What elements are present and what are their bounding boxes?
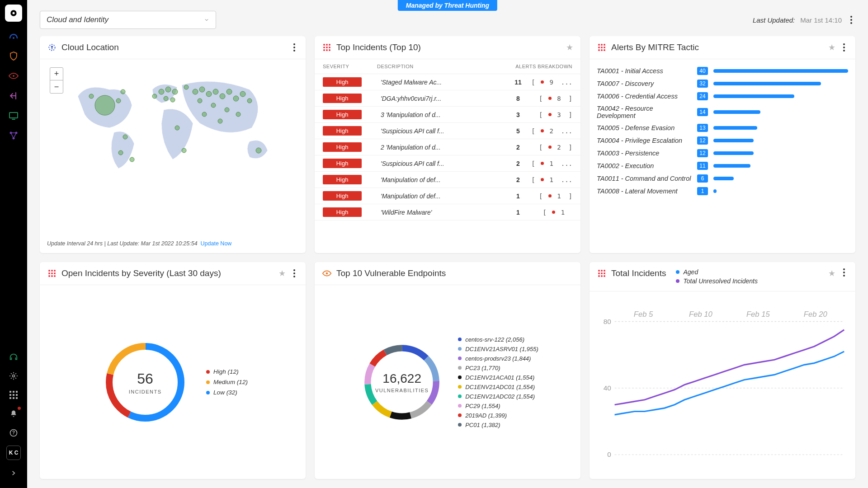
legend-item[interactable]: High (12) — [206, 368, 248, 375]
dashboard-selector-value: Cloud and Identity — [47, 15, 108, 24]
svg-point-43 — [240, 91, 245, 97]
table-row[interactable]: High 2 'Manipulation of d... 2 [ 2 ] — [315, 139, 580, 155]
mitre-tactic-row[interactable]: TA0005 - Defense Evasion 13 — [597, 122, 848, 134]
table-row[interactable]: High 'WildFire Malware' 1 [ 1 — [315, 204, 580, 221]
card-menu-icon[interactable] — [840, 268, 848, 277]
alert-count: 3 — [509, 111, 527, 118]
legend-item[interactable]: Total Unresolved Incidents — [676, 277, 757, 285]
incident-description: 2 'Manipulation of d... — [377, 144, 509, 151]
star-icon[interactable]: ★ — [566, 42, 573, 52]
sidebar: ? K C — [0, 0, 27, 488]
zoom-in-button[interactable]: + — [50, 68, 63, 80]
svg-point-33 — [170, 98, 175, 102]
mitre-tactic-row[interactable]: TA0003 - Persistence 12 — [597, 147, 848, 160]
svg-rect-10 — [13, 391, 14, 393]
mitre-tactic-row[interactable]: TA0011 - Command and Control 6 — [597, 172, 848, 185]
card-menu-icon[interactable] — [290, 269, 298, 277]
svg-point-1 — [13, 12, 15, 14]
table-row[interactable]: High 'Suspicious API call f... 2 [ 1 ... — [315, 155, 580, 172]
severity-badge: High — [323, 77, 362, 87]
apps-icon[interactable] — [7, 389, 20, 401]
legend-item[interactable]: Low (32) — [206, 389, 248, 396]
legend-item[interactable]: centos-srv-122 (2,056) — [458, 336, 538, 343]
incidents-total: 56 — [129, 370, 162, 387]
app-logo[interactable] — [5, 5, 22, 22]
svg-text:Feb 10: Feb 10 — [689, 310, 713, 319]
svg-point-26 — [123, 135, 127, 139]
card-menu-icon[interactable] — [840, 43, 848, 52]
gear-icon[interactable] — [7, 370, 20, 382]
mitre-tactic-row[interactable]: TA0001 - Initial Access 40 — [597, 65, 848, 77]
star-icon[interactable]: ★ — [828, 42, 835, 52]
total-incidents-card: Total Incidents AgedTotal Unresolved Inc… — [590, 262, 855, 479]
cloud-location-card: Cloud Location + − — [40, 36, 306, 253]
mitre-label: TA0005 - Defense Evasion — [597, 124, 692, 131]
star-icon[interactable]: ★ — [278, 268, 286, 278]
svg-point-49 — [218, 119, 222, 123]
legend-item[interactable]: 2019AD (1,399) — [458, 412, 538, 419]
zoom-out-button[interactable]: − — [50, 80, 63, 93]
table-row[interactable]: High 3 'Manipulation of d... 3 [ 3 ] — [315, 107, 580, 123]
legend-item[interactable]: DC1ENV21ASRV01 (1,955) — [458, 346, 538, 352]
svg-text:Feb 15: Feb 15 — [746, 310, 770, 319]
headset-icon[interactable] — [7, 351, 20, 363]
incident-description: 'DGA:yhhv0cvui7rj.r... — [377, 95, 509, 102]
mitre-tactic-row[interactable]: TA0004 - Privilege Escalation 12 — [597, 134, 848, 147]
table-row[interactable]: High 'Manipulation of def... 2 [ 1 ... — [315, 172, 580, 188]
table-row[interactable]: High 'DGA:yhhv0cvui7rj.r... 8 [ 8 ] — [315, 90, 580, 107]
legend-item[interactable]: DC1ENV21ADC02 (1,554) — [458, 393, 538, 400]
severity-badge: High — [323, 175, 362, 184]
incident-description: 3 'Manipulation of d... — [377, 111, 509, 118]
nodes-icon[interactable] — [7, 129, 20, 142]
mitre-tactic-row[interactable]: TA0008 - Lateral Movement 1 — [597, 185, 848, 197]
table-row[interactable]: High 'Manipulation of def... 1 [ 1 ] — [315, 188, 580, 204]
svg-point-47 — [236, 112, 241, 117]
svg-text:80: 80 — [604, 318, 611, 325]
monitor-icon[interactable] — [7, 109, 20, 122]
user-badge[interactable]: K C — [6, 446, 21, 460]
help-icon[interactable]: ? — [7, 427, 20, 439]
legend-item[interactable]: Aged — [676, 268, 757, 276]
shield-icon[interactable] — [7, 50, 20, 62]
endpoints-donut-chart[interactable]: 16,622 VULNERABILITIES — [357, 337, 447, 427]
expand-sidebar-icon[interactable] — [6, 466, 21, 480]
table-row[interactable]: High 'Staged Malware Ac... 11 [ 9 ... — [315, 74, 580, 90]
eye-icon — [322, 268, 332, 278]
mitre-tactic-row[interactable]: TA0002 - Execution 11 — [597, 160, 848, 172]
dashboard-selector[interactable]: Cloud and Identity — [40, 11, 216, 29]
svg-text:Feb 20: Feb 20 — [804, 310, 828, 319]
legend-item[interactable]: PC29 (1,554) — [458, 403, 538, 409]
card-menu-icon[interactable] — [290, 43, 298, 52]
legend-item[interactable]: centos-prodsrv23 (1,844) — [458, 355, 538, 362]
mitre-tactic-row[interactable]: TA0007 - Discovery 32 — [597, 77, 848, 90]
severity-badge: High — [323, 110, 362, 119]
mitre-tactic-row[interactable]: TA0042 - Resource Development 14 — [597, 103, 848, 122]
alerts-breakdown: [ 1 ... — [527, 160, 572, 167]
legend-item[interactable]: DC1ENV21ACA01 (1,554) — [458, 374, 538, 381]
legend-item[interactable]: PC01 (1,382) — [458, 422, 538, 428]
svg-point-57 — [326, 272, 328, 275]
bell-icon[interactable] — [7, 408, 20, 420]
svg-point-24 — [116, 99, 121, 103]
incidents-donut-chart[interactable]: 56 INCIDENTS — [98, 335, 193, 430]
legend-item[interactable]: Medium (12) — [206, 379, 248, 385]
alert-count: 2 — [509, 176, 527, 183]
alert-count: 2 — [509, 160, 527, 167]
update-now-link[interactable]: Update Now — [201, 240, 232, 247]
gauge-icon[interactable] — [7, 30, 20, 42]
incidents-line-chart[interactable]: 04080Feb 5Feb 10Feb 15Feb 20 — [595, 295, 850, 475]
svg-point-30 — [165, 87, 171, 92]
severity-badge: High — [323, 191, 362, 201]
world-map[interactable]: + − — [47, 65, 298, 182]
mitre-label: TA0003 - Persistence — [597, 150, 692, 157]
dashboard-menu-icon[interactable] — [847, 16, 855, 24]
legend-item[interactable]: DC1ENV21ADC01 (1,554) — [458, 384, 538, 390]
mitre-tactic-row[interactable]: TA0006 - Credential Access 24 — [597, 90, 848, 103]
star-icon[interactable]: ★ — [828, 268, 835, 278]
eye-icon[interactable] — [7, 70, 20, 82]
svg-point-51 — [152, 94, 157, 99]
card-title: Top Incidents (Top 10) — [336, 42, 561, 52]
table-row[interactable]: High 'Suspicious API call f... 5 [ 2 ... — [315, 123, 580, 139]
legend-item[interactable]: PC23 (1,770) — [458, 365, 538, 371]
login-icon[interactable] — [7, 89, 20, 102]
